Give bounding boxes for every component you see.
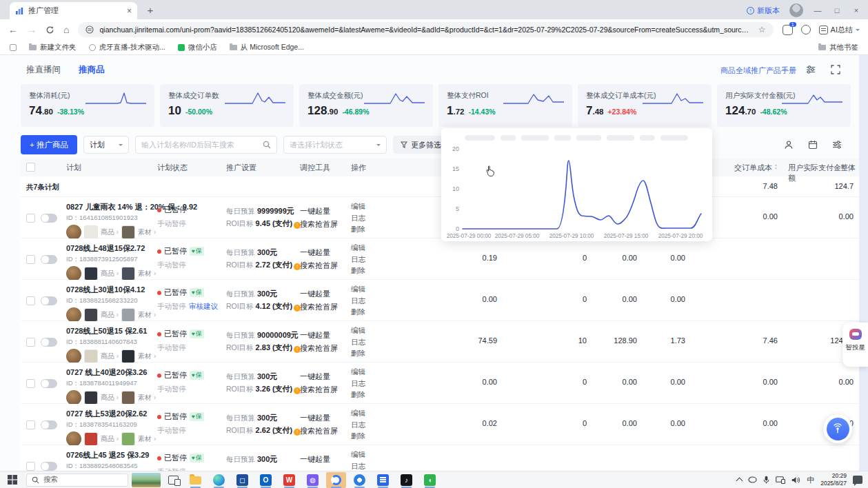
select-all-checkbox[interactable] [26,163,35,172]
promote-product-button[interactable]: + 推广商品 [21,135,77,154]
row-checkbox[interactable] [26,379,35,388]
tool-boost[interactable]: 一键起量 [300,246,338,259]
column-header-tools[interactable]: 调控工具 [300,163,330,173]
taskbar-active-browser[interactable] [326,472,346,488]
edit-link[interactable]: 编辑 [351,366,365,378]
column-header-settings[interactable]: 推广设置 [226,163,256,173]
display-settings-icon[interactable] [806,65,816,74]
window-minimize-button[interactable]: — [813,6,822,14]
row-toggle[interactable] [41,338,57,347]
reload-button[interactable] [46,26,54,34]
row-checkbox[interactable] [26,214,35,223]
tray-mic-icon[interactable] [763,476,769,484]
window-close-button[interactable]: × [851,6,861,14]
log-link[interactable]: 日志 [351,254,365,265]
taskbar-blue-circle-app[interactable] [350,472,370,488]
plan-name[interactable]: 0728线上30退10保4.12 [66,285,156,295]
delete-link[interactable]: 删除 [351,347,365,359]
back-button[interactable]: ← [8,25,18,34]
product-link[interactable]: 商品 [101,310,119,320]
taskbar-douyin[interactable]: ♪ [396,472,416,488]
tray-device-icon[interactable] [748,476,757,483]
row-checkbox[interactable] [26,296,35,305]
row-toggle[interactable] [41,420,57,429]
other-bookmarks-button[interactable]: 其他书签 [818,43,858,52]
plan-name[interactable]: 0727 线上53退20保2.62 [66,409,156,419]
sort-icon[interactable]: ▲▼ [774,163,778,173]
row-toggle[interactable] [41,214,57,223]
row-checkbox[interactable] [26,338,35,347]
tool-search[interactable]: 搜索抢首屏 [300,383,338,396]
search-icon[interactable] [263,141,271,149]
help-float-button[interactable] [823,414,852,443]
material-link[interactable]: 素材 [138,434,156,444]
row-toggle[interactable] [41,255,57,264]
calendar-icon[interactable] [808,140,818,150]
log-link[interactable]: 日志 [351,212,365,224]
edit-link[interactable]: 编辑 [351,242,365,254]
tool-boost[interactable]: 一键起量 [300,370,338,383]
browser-profile-avatar[interactable] [789,3,803,17]
column-header-overall[interactable]: 整体 [840,163,856,173]
taskbar-outlook[interactable]: O [256,472,276,488]
column-header-ops[interactable]: 操作 [351,163,366,173]
tab-close-icon[interactable]: × [127,6,132,16]
plan-search-input[interactable] [141,141,259,149]
metric-card-roi[interactable]: 整体支付ROI 1.72-14.43% [438,84,572,127]
tab-live-room[interactable]: 推直播间 [26,64,61,76]
taskbar-wps[interactable]: W [279,472,299,488]
metric-card-orders[interactable]: 整体成交订单数 10-50.00% [160,84,294,127]
product-link[interactable]: 商品 [101,393,119,403]
tool-boost[interactable]: 一键起量 [300,411,338,425]
review-suggestion-link[interactable]: 审核建议 [189,302,218,310]
fullscreen-icon[interactable] [831,65,840,74]
product-link[interactable]: 商品 [101,434,119,444]
plan-type-select[interactable]: 计划 [83,136,129,154]
tool-boost[interactable]: 一键起量 [300,287,338,301]
edit-link[interactable]: 编辑 [351,201,365,212]
reading-list-icon[interactable] [10,44,17,51]
material-link[interactable]: 素材 [138,352,156,361]
taskbar-search-box[interactable]: 搜索 [26,474,128,487]
new-tab-button[interactable]: + [143,2,158,17]
bookmark-item[interactable]: 微信小店 [178,43,217,52]
log-link[interactable]: 日志 [351,295,365,307]
row-toggle[interactable] [41,462,57,471]
delete-link[interactable]: 删除 [351,306,365,318]
material-link[interactable]: 素材 [138,310,156,320]
forward-button[interactable]: → [27,25,37,34]
widget-weather-thumbnail[interactable] [132,473,161,487]
plan-status-select[interactable]: 请选择计划状态 [283,136,387,154]
product-link[interactable]: 商品 [101,227,119,237]
taskbar-docs-app[interactable] [373,472,393,488]
extensions-menu-icon[interactable] [801,25,811,34]
taskbar-clock[interactable]: 20:292025/8/27 [820,472,847,487]
edit-link[interactable]: 编辑 [351,407,365,419]
plan-name[interactable]: 0728线上48退15保2.72 [66,243,156,254]
tool-boost[interactable]: 一键起量 [300,329,338,342]
log-link[interactable]: 日志 [351,460,365,471]
site-settings-icon[interactable] [85,26,94,34]
home-button[interactable]: ⌂ [63,25,69,34]
tool-search[interactable]: 搜索抢首屏 [300,259,338,272]
metric-card-user-paid[interactable]: 用户实际支付金额(元) 124.70-48.62% [717,84,851,127]
log-link[interactable]: 日志 [351,336,365,348]
product-manual-link[interactable]: 商品全域推广产品手册 [720,65,796,76]
window-maximize-button[interactable]: □ [832,6,842,14]
taskbar-wechat[interactable]: ◖ [420,472,440,488]
material-link[interactable]: 素材 [138,393,156,403]
ai-summary-button[interactable]: AI总结 [819,25,860,35]
plan-name[interactable]: 0827 儿童雨衣 14% 退：20% 保：9.92 [66,202,156,212]
log-link[interactable]: 日志 [351,378,365,389]
plan-name[interactable]: 0727 线上40退20保3.26 [66,367,156,378]
delete-link[interactable]: 删除 [351,389,365,400]
material-link[interactable]: 素材 [138,269,156,278]
taskbar-purple-app[interactable]: ◍ [303,472,323,488]
bookmark-item[interactable]: 虎牙直播-技术驱动... [89,43,165,52]
column-header-order-cost[interactable]: 交订单成本▲▼ [716,163,778,173]
bookmark-item[interactable]: 从 Microsoft Edge... [230,43,304,52]
taskbar-file-explorer[interactable] [185,472,205,488]
column-header-status[interactable]: 计划状态 [157,163,188,173]
metric-card-gmv[interactable]: 整体成交金额(元) 128.90-46.89% [299,84,433,127]
column-header-plan[interactable]: 计划 [66,163,81,173]
